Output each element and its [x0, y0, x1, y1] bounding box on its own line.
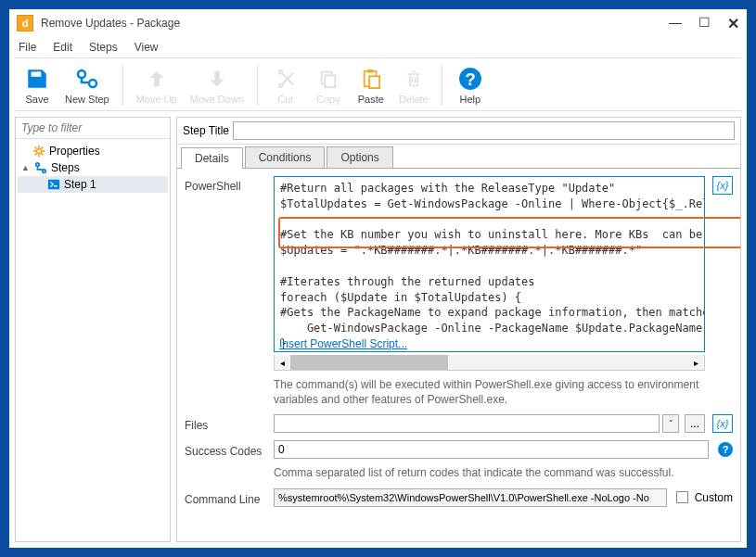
tabs: Details Conditions Options	[177, 145, 740, 168]
trash-icon	[401, 66, 427, 92]
files-label: Files	[185, 415, 270, 432]
new-step-button[interactable]: New Step	[61, 64, 113, 107]
powershell-note: The command(s) will be executed within P…	[185, 378, 733, 407]
move-down-button: Move Down	[186, 64, 248, 107]
titlebar: d Remove Updates - Package — ☐ ✕	[9, 9, 747, 37]
variable-button-files[interactable]: {x}	[712, 414, 733, 433]
command-line-label: Command Line	[185, 489, 270, 506]
svg-rect-5	[369, 76, 379, 88]
step-title-label: Step Title	[183, 124, 229, 137]
files-dropdown-button[interactable]: ˅	[662, 414, 679, 433]
new-step-icon	[74, 66, 100, 92]
window-title: Remove Updates - Package	[41, 17, 180, 30]
powershell-textarea[interactable]	[274, 176, 705, 352]
menu-file[interactable]: File	[19, 41, 36, 54]
help-icon: ?	[457, 66, 483, 92]
success-codes-note: Comma separated list of return codes tha…	[185, 466, 733, 481]
gear-icon	[32, 145, 45, 158]
tab-conditions[interactable]: Conditions	[245, 146, 326, 168]
h-scrollbar[interactable]: ◂ ▸	[274, 355, 705, 371]
menu-edit[interactable]: Edit	[53, 41, 72, 54]
svg-rect-4	[367, 70, 373, 73]
minimize-button[interactable]: —	[669, 15, 682, 32]
maximize-button[interactable]: ☐	[698, 15, 711, 32]
svg-rect-2	[325, 75, 335, 87]
scroll-left-button[interactable]: ◂	[275, 355, 290, 370]
arrow-up-icon	[144, 66, 170, 92]
step-title-input[interactable]	[233, 121, 735, 140]
paste-icon	[358, 66, 384, 92]
scroll-thumb[interactable]	[290, 355, 448, 370]
tab-details[interactable]: Details	[181, 147, 243, 169]
copy-button: Copy	[310, 64, 347, 107]
move-up-button: Move Up	[133, 64, 181, 107]
collapse-icon[interactable]: ▲	[21, 163, 31, 172]
tree-properties[interactable]: Properties	[18, 143, 168, 159]
help-button[interactable]: ? Help	[452, 64, 489, 107]
cut-button: Cut	[267, 64, 304, 107]
tab-content-details: PowerShell Insert PowerShell Script... ◂…	[177, 168, 740, 541]
paste-button[interactable]: Paste	[352, 64, 390, 107]
tab-options[interactable]: Options	[327, 146, 392, 168]
copy-icon	[315, 66, 341, 92]
scroll-right-button[interactable]: ▸	[688, 355, 704, 370]
app-icon: d	[17, 15, 33, 32]
command-line-input[interactable]	[274, 488, 667, 507]
files-browse-button[interactable]: ...	[685, 414, 705, 433]
svg-point-8	[36, 148, 41, 153]
filter-input[interactable]	[16, 118, 170, 139]
right-panel: Step Title Details Conditions Options Po…	[176, 117, 741, 542]
steps-icon	[34, 161, 47, 174]
powershell-label: PowerShell	[185, 176, 270, 193]
scissors-icon	[273, 66, 299, 92]
close-button[interactable]: ✕	[727, 15, 739, 32]
tree-step1[interactable]: Step 1	[18, 176, 168, 193]
menubar: File Edit Steps View	[9, 37, 747, 57]
tree: Properties ▲ Steps Step 1	[16, 139, 170, 541]
powershell-icon	[47, 178, 60, 191]
delete-button: Delete	[395, 64, 432, 107]
insert-powershell-link[interactable]: Insert PowerShell Script...	[279, 337, 407, 350]
success-codes-help-icon[interactable]: ?	[718, 442, 733, 457]
variable-button-powershell[interactable]: {x}	[712, 176, 733, 195]
save-icon	[24, 66, 50, 92]
custom-checkbox[interactable]	[676, 491, 688, 503]
left-panel: Properties ▲ Steps Step 1	[15, 117, 171, 542]
arrow-down-icon	[204, 66, 230, 92]
svg-rect-0	[37, 71, 40, 75]
custom-checkbox-label: Custom	[695, 491, 733, 504]
menu-view[interactable]: View	[135, 41, 159, 54]
files-input[interactable]	[274, 414, 660, 433]
tree-steps[interactable]: ▲ Steps	[18, 159, 168, 176]
success-codes-label: Success Codes	[185, 441, 270, 458]
svg-text:?: ?	[465, 70, 475, 89]
save-button[interactable]: Save	[19, 64, 56, 107]
app-window: d Remove Updates - Package — ☐ ✕ File Ed…	[9, 9, 747, 548]
success-codes-input[interactable]	[274, 440, 709, 459]
menu-steps[interactable]: Steps	[89, 41, 118, 54]
toolbar: Save New Step Move Up Move Down Cu	[9, 58, 747, 110]
